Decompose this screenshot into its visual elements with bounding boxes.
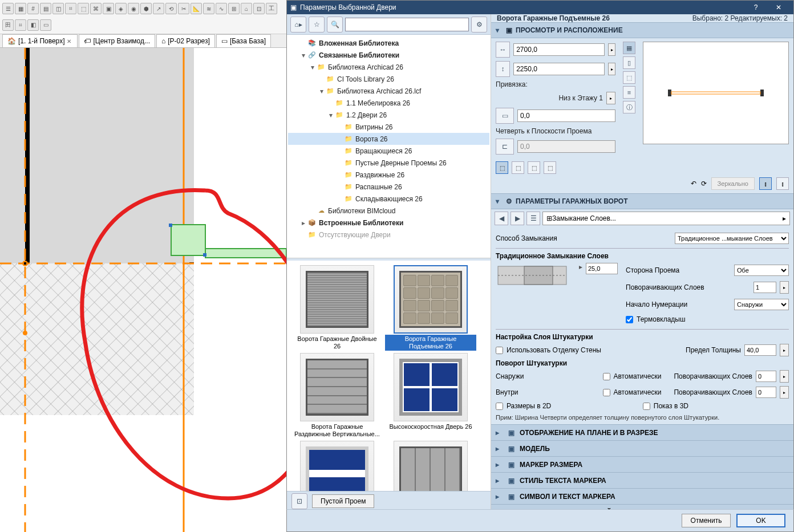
toolbar-icon[interactable]: ◉ [128,3,139,14]
empty-opening-button[interactable]: Пустой Проем [312,494,374,508]
toolbar-icon[interactable]: 📐 [191,3,202,14]
search-input[interactable] [345,18,469,31]
height-input[interactable] [513,63,605,75]
toolbar-icon[interactable]: ⌗ [65,3,76,14]
view-elev-icon[interactable]: ≡ [623,86,635,99]
tree-item[interactable]: 📁Складывающиеся 26 [288,193,489,205]
toolbar-icon[interactable]: ◈ [115,3,127,14]
twisty-icon[interactable]: ▾ [299,51,307,59]
auto-outside-checkbox[interactable] [603,373,610,380]
twisty-icon[interactable]: ▾ [327,111,335,119]
thermo-checkbox[interactable] [626,316,633,323]
collapse-section[interactable]: ▸▣МАРКЕР РАЗМЕРА [491,456,793,472]
toolbar-icon[interactable]: ▭ [40,19,51,31]
cancel-button[interactable]: Отменить [682,514,731,527]
library-gallery[interactable]: Ворота Гаражные Двойные 26Ворота Гаражны… [287,258,491,491]
toolbar-icon[interactable]: 工 [266,3,277,14]
toolbar-icon[interactable]: ✂ [178,3,189,14]
prev-button[interactable]: ◀ [495,212,508,225]
list-icon[interactable]: ☰ [526,212,540,225]
close-button[interactable]: ✕ [767,1,790,14]
orient-btn[interactable]: ⬚ [528,161,540,174]
collapse-section[interactable]: ▸▣ОТОБРАЖЕНИЕ НА ПЛАНЕ И В РАЗРЕЗЕ [491,424,793,440]
stepper[interactable]: ▸ [606,92,615,104]
gallery-item[interactable]: Ворота Гаражные Раздвижные Вертикальные.… [291,353,383,438]
twisty-icon[interactable]: ▾ [309,63,317,71]
side-select[interactable]: Обе [734,265,789,276]
anchor-input[interactable] [517,109,615,122]
floor-plan[interactable] [0,48,286,532]
twisty-icon[interactable]: ▾ [318,87,326,95]
tree-item[interactable]: 📁Пустые Дверные Проемы 26 [288,157,489,169]
param-page-selector[interactable]: ⊞ Замыкание Слоев... ▸ [542,212,790,225]
favorite-icon[interactable]: ☆ [309,17,325,33]
flip-b[interactable]: ⫿ [776,177,789,190]
toolbar-icon[interactable]: ⌘ [90,3,102,14]
toolbar-icon[interactable]: # [27,3,39,14]
view-plan-icon[interactable]: ▦ [623,42,635,54]
orient-btn[interactable]: ⬚ [496,161,508,174]
gear-icon[interactable]: ⚙ [471,17,487,33]
toolbar-icon[interactable]: ▦ [15,3,26,14]
help-button[interactable]: ? [744,1,767,14]
empty-opening-icon[interactable]: ⊡ [291,493,307,509]
section-params-title[interactable]: ▾ ⚙ ПАРАМЕТРЫ ГАРАЖНЫХ ВОРОТ [491,194,793,209]
stepper[interactable]: ▸ [608,63,615,75]
orient-btn[interactable]: ⬚ [544,161,556,174]
toolbar-icon[interactable]: ⌂ [241,3,252,14]
tree-item[interactable]: 📁Распашные 26 [288,181,489,193]
toolbar-icon[interactable]: ↗ [153,3,164,14]
toolbar-icon[interactable]: ≋ [203,3,214,14]
width-input[interactable] [513,43,605,56]
toolbar-icon[interactable]: ⊞ [228,3,240,14]
toolbar-icon[interactable]: ⬢ [140,3,152,14]
turn-in-input[interactable] [756,387,776,398]
toolbar-icon[interactable]: ◫ [52,3,64,14]
tree-item[interactable]: 📁Отсутствующие Двери [288,229,489,241]
stepper[interactable]: ▸ [780,386,789,399]
thickness-input[interactable] [744,344,776,356]
tree-item[interactable]: 📚Вложенная Библиотека [288,37,489,49]
numbering-select[interactable]: Снаружи [734,299,789,310]
toolbar-icon[interactable]: 田 [2,19,14,31]
gallery-item[interactable] [385,441,476,491]
sizes2d-checkbox[interactable] [496,403,503,410]
tab-base[interactable]: ▭[База База] [216,34,271,47]
flip-icon[interactable]: ↶ [691,180,696,188]
toolbar-icon[interactable]: ⬚ [78,3,89,14]
toolbar-icon[interactable]: ▤ [40,3,51,14]
toolbar-icon[interactable]: ⌗ [15,19,26,31]
toolbar-icon[interactable]: ⊡ [253,3,265,14]
tree-item[interactable]: ☁Библиотеки BIMcloud [288,205,489,217]
tree-item[interactable]: ▾📁Библиотека Archicad 26.lcf [288,85,489,97]
tree-item[interactable]: ▾📁1.2 Двери 26 [288,109,489,121]
turn-out-input[interactable] [756,371,776,382]
home-icon[interactable]: ⌂▸ [290,17,306,33]
stepper[interactable]: ▸ [780,344,789,356]
next-button[interactable]: ▶ [511,212,524,225]
tree-item[interactable]: ▾📁Библиотека Archicad 26 [288,61,489,73]
collapse-section[interactable]: ▸▣МОДЕЛЬ [491,440,793,456]
gallery-item[interactable] [291,441,383,491]
toolbar-icon[interactable]: ☰ [2,3,14,14]
toolbar-icon[interactable]: ∿ [216,3,227,14]
gallery-item[interactable]: Ворота Гаражные Подъемные 26 [385,265,476,351]
flip-a[interactable]: ⫿ [759,177,772,190]
search-icon[interactable]: 🔍 [327,17,343,33]
dialog-titlebar[interactable]: ▣ Параметры Выбранной Двери ? ✕ [287,1,793,14]
collapse-section[interactable]: ▸▣СТИЛЬ ТЕКСТА МАРКЕРА [491,472,793,488]
twisty-icon[interactable]: ▸ [299,219,307,227]
view-3d-icon[interactable]: ⬚ [623,71,635,84]
toolbar-icon[interactable]: ◧ [27,19,39,31]
use-wall-finish-checkbox[interactable] [496,347,503,354]
section-preview-title[interactable]: ▾ ▣ ПРОСМОТР И РАСПОЛОЖЕНИЕ [491,23,793,38]
stepper[interactable]: ▸ [608,43,615,56]
rotate-icon[interactable]: ⟳ [701,180,707,188]
tree-item[interactable]: 📁Вращающиеся 26 [288,145,489,157]
orient-btn[interactable]: ⬚ [512,161,524,174]
tree-item[interactable]: 📁CI Tools Library 26 [288,73,489,85]
tree-item[interactable]: ▸📦Встроенные Библиотеки [288,217,489,229]
tree-item[interactable]: 📁1.1 Мебелировка 26 [288,97,489,109]
toolbar-icon[interactable]: ▣ [103,3,114,14]
tab-interact[interactable]: 🏷[Центр Взаимод... [79,34,155,47]
